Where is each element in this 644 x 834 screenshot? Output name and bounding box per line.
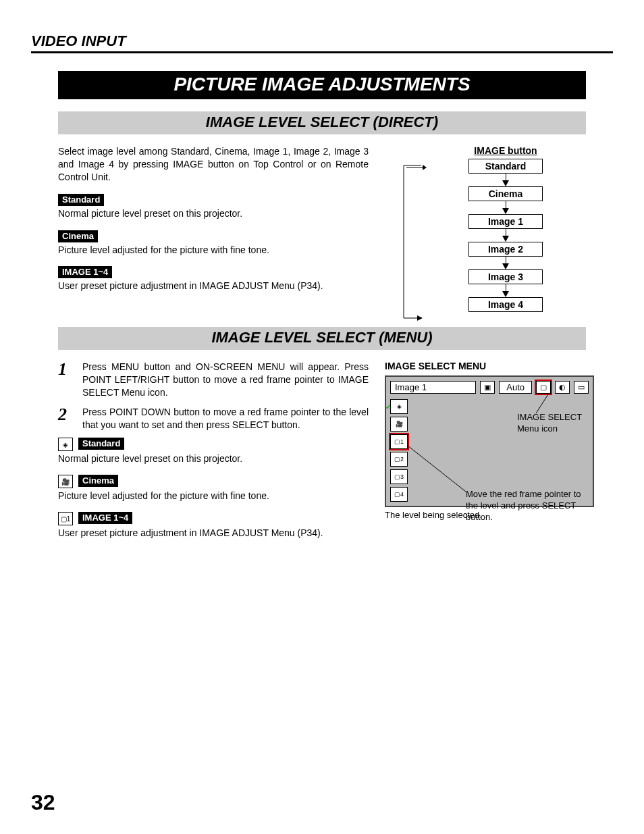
menu-tag-cinema: Cinema <box>78 475 118 487</box>
menu-def-image14: ▢1 IMAGE 1~4 User preset picture adjustm… <box>58 512 369 540</box>
chain-item: Image 1 <box>468 214 543 229</box>
step-number-1: 1 <box>58 361 73 399</box>
step-2: 2 Press POINT DOWN button to move a red … <box>58 406 369 432</box>
tag-standard: Standard <box>58 194 104 206</box>
osd-mode: Auto <box>499 381 532 394</box>
svg-line-4 <box>408 446 466 492</box>
osd-panel: Image 1 ▣ Auto ▢ ◐ ▭ ◈ 🎥 ▢1 ▢2 ▢3 ▢4 IMA… <box>385 375 594 507</box>
osd-title: IMAGE SELECT MENU <box>385 361 594 371</box>
step-1: 1 Press MENU button and ON-SCREEN MENU w… <box>58 361 369 399</box>
film-icon: 🎥 <box>58 475 73 488</box>
chain-item: Image 3 <box>468 269 543 284</box>
def-cinema-text: Picture level adjusted for the picture w… <box>58 244 369 257</box>
annotation-pointer: Move the red frame pointer to the level … <box>466 489 594 523</box>
image-button-chain: IMAGE button Standard Cinema Image 1 Ima… <box>425 145 586 312</box>
tag-cinema: Cinema <box>58 230 98 242</box>
menu-tag-standard: Standard <box>78 438 124 450</box>
subhead-direct: IMAGE LEVEL SELECT (DIRECT) <box>58 111 586 134</box>
preset-icon: ▢1 <box>58 512 73 525</box>
menu-tag-image14: IMAGE 1~4 <box>78 512 132 524</box>
chain-item: Image 4 <box>468 297 543 312</box>
menu-def-standard: ◈ Standard Normal picture level preset o… <box>58 438 369 465</box>
chain-item: Cinema <box>468 186 543 201</box>
def-image14-text: User preset picture adjustment in IMAGE … <box>58 280 369 292</box>
osd-item-image2: ▢2 <box>390 452 408 467</box>
menu-def-image14-text: User preset picture adjustment in IMAGE … <box>58 527 369 540</box>
screen-icon: ▭ <box>574 381 589 394</box>
menu-def-standard-text: Normal picture level preset on this proj… <box>58 452 369 465</box>
svg-marker-1 <box>423 165 427 170</box>
step-text-1: Press MENU button and ON-SCREEN MENU wil… <box>82 361 369 399</box>
page-title-bar: PICTURE IMAGE ADJUSTMENTS <box>58 71 586 99</box>
osd-item-cinema: 🎥 <box>390 417 408 432</box>
menu-def-cinema-text: Picture level adjusted for the picture w… <box>58 490 369 502</box>
step-text-2: Press POINT DOWN button to move a red fr… <box>82 406 369 432</box>
image-select-icon: ▢ <box>536 381 551 394</box>
subhead-menu: IMAGE LEVEL SELECT (MENU) <box>58 327 586 350</box>
section-header: VIDEO INPUT <box>31 32 613 53</box>
svg-line-3 <box>536 394 548 413</box>
annotation-menu-icon: IMAGE SELECT Menu icon <box>517 412 593 435</box>
osd-sidebar: ◈ 🎥 ▢1 ▢2 ▢3 ▢4 <box>390 399 408 502</box>
diamond-icon: ◈ <box>58 438 73 451</box>
direct-intro: Select image level among Standard, Cinem… <box>58 145 369 184</box>
osd-item-standard: ◈ <box>390 399 408 414</box>
def-image14: IMAGE 1~4 User preset picture adjustment… <box>58 265 369 292</box>
osd-item-image3: ▢3 <box>390 469 408 484</box>
chain-item: Image 2 <box>468 242 543 257</box>
step-number-2: 2 <box>58 406 73 432</box>
def-standard: Standard Normal picture level preset on … <box>58 193 369 220</box>
osd-item-image1: ▢1 <box>390 434 408 449</box>
svg-marker-2 <box>417 315 423 321</box>
def-standard-text: Normal picture level preset on this proj… <box>58 207 369 220</box>
osd-item-image4: ▢4 <box>390 487 408 502</box>
menu-def-cinema: 🎥 Cinema Picture level adjusted for the … <box>58 475 369 502</box>
chain-title: IMAGE button <box>425 145 586 156</box>
osd-current-name: Image 1 <box>390 381 476 394</box>
chain-item: Standard <box>468 159 543 174</box>
page-number: 32 <box>31 790 55 815</box>
input-icon: ▣ <box>480 381 495 394</box>
tag-image14: IMAGE 1~4 <box>58 266 112 278</box>
def-cinema: Cinema Picture level adjusted for the pi… <box>58 230 369 257</box>
adjust-icon: ◐ <box>555 381 570 394</box>
